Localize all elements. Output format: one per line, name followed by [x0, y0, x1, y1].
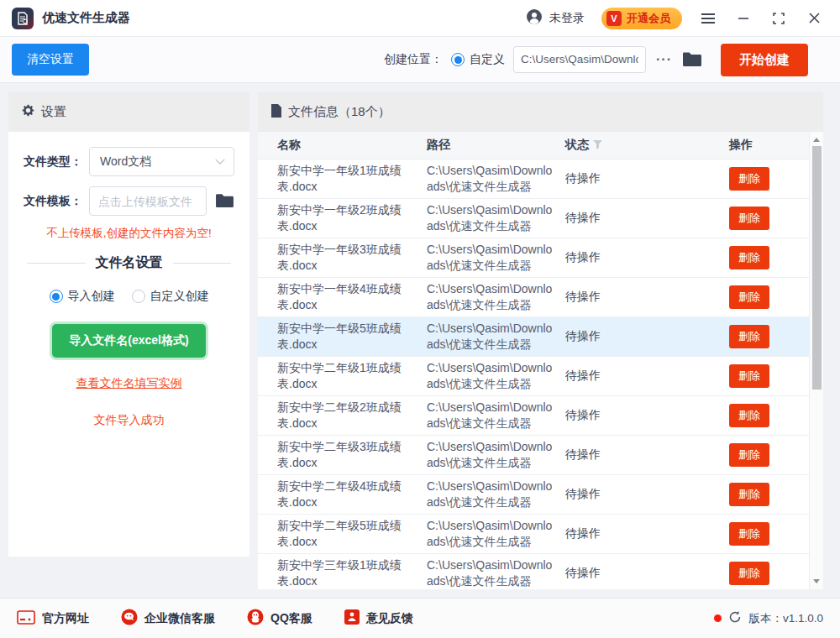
template-upload-input[interactable] [89, 186, 207, 216]
table-row[interactable]: 新安中学二年级2班成绩表.docx C:\Users\Qasim\Downloa… [258, 396, 809, 436]
file-path-cell: C:\Users\Qasim\Downloads\优速文件生成器 [427, 202, 554, 234]
file-status-cell: 待操作 [565, 369, 729, 384]
file-path-cell: C:\Users\Qasim\Downloads\优速文件生成器 [427, 242, 554, 274]
avatar-icon [526, 8, 543, 29]
feedback-link[interactable]: 意见反馈 [344, 609, 413, 627]
website-icon [17, 610, 35, 627]
clear-settings-button[interactable]: 清空设置 [12, 44, 89, 76]
toolbar: 清空设置 创建位置： 自定义 ··· 开始创建 [0, 37, 840, 83]
delete-button[interactable]: 删除 [729, 167, 769, 191]
file-name-cell: 新安中学二年级5班成绩表.docx [277, 518, 405, 550]
filename-settings-heading: 文件名设置 [27, 254, 231, 272]
file-type-value: Word文档 [100, 154, 151, 170]
qq-support-link[interactable]: QQ客服 [247, 609, 312, 628]
table-row[interactable]: 新安中学一年级3班成绩表.docx C:\Users\Qasim\Downloa… [258, 238, 809, 278]
scroll-up-icon[interactable] [813, 138, 820, 142]
filename-settings-title: 文件名设置 [96, 254, 163, 272]
open-vip-button[interactable]: V 开通会员 [601, 8, 682, 29]
table-row[interactable]: 新安中学二年级5班成绩表.docx C:\Users\Qasim\Downloa… [258, 515, 809, 554]
custom-location-radio[interactable]: 自定义 [451, 52, 505, 67]
file-path-cell: C:\Users\Qasim\Downloads\优速文件生成器 [427, 557, 554, 589]
maximize-icon[interactable] [771, 11, 786, 26]
delete-button[interactable]: 删除 [729, 562, 769, 585]
table-row[interactable]: 新安中学一年级2班成绩表.docx C:\Users\Qasim\Downloa… [258, 199, 809, 238]
minimize-icon[interactable] [736, 11, 751, 26]
file-info-title: 文件信息（18个） [288, 104, 391, 120]
login-status-label: 未登录 [549, 11, 585, 26]
start-create-button[interactable]: 开始创建 [721, 44, 808, 76]
app-logo-icon [12, 8, 34, 29]
delete-button[interactable]: 删除 [729, 246, 769, 269]
settings-panel-header: 设置 [8, 92, 249, 132]
column-status[interactable]: 状态 [565, 138, 729, 153]
delete-button[interactable]: 删除 [729, 325, 769, 348]
qq-icon [247, 609, 264, 628]
import-create-radio[interactable]: 导入创建 [50, 289, 115, 304]
radio-unselected-icon [132, 290, 145, 303]
settings-panel: 设置 文件类型： Word文档 文件模板： 不上传模板,创建的文件内容为空! [8, 92, 249, 557]
table-row[interactable]: 新安中学一年级5班成绩表.docx C:\Users\Qasim\Downloa… [258, 317, 809, 357]
file-name-cell: 新安中学二年级1班成绩表.docx [277, 360, 405, 392]
file-status-cell: 待操作 [565, 526, 729, 541]
table-row[interactable]: 新安中学一年级4班成绩表.docx C:\Users\Qasim\Downloa… [258, 278, 809, 317]
file-path-cell: C:\Users\Qasim\Downloads\优速文件生成器 [427, 281, 554, 313]
file-status-cell: 待操作 [565, 290, 729, 305]
import-filenames-button[interactable]: 导入文件名(excel格式) [52, 324, 205, 358]
delete-button[interactable]: 删除 [729, 522, 769, 546]
official-website-link[interactable]: 官方网址 [17, 610, 89, 627]
gear-icon [21, 103, 35, 120]
open-folder-icon[interactable] [682, 51, 702, 68]
file-path-cell: C:\Users\Qasim\Downloads\优速文件生成器 [427, 163, 554, 195]
custom-create-radio[interactable]: 自定义创建 [132, 289, 209, 304]
scroll-down-icon[interactable] [813, 579, 820, 583]
file-type-select[interactable]: Word文档 [89, 147, 234, 176]
wechat-support-link[interactable]: 企业微信客服 [121, 609, 215, 628]
delete-button[interactable]: 删除 [729, 483, 769, 506]
filter-icon[interactable] [593, 139, 602, 152]
custom-location-label: 自定义 [470, 52, 505, 67]
wechat-icon [121, 609, 138, 628]
column-status-label: 状态 [565, 138, 589, 153]
login-status[interactable]: 未登录 [526, 8, 585, 29]
template-warning-text: 不上传模板,创建的文件内容为空! [24, 226, 234, 241]
titlebar: 优速文件生成器 未登录 V 开通会员 [0, 0, 840, 37]
custom-create-label: 自定义创建 [150, 289, 209, 304]
table-row[interactable]: 新安中学一年级1班成绩表.docx C:\Users\Qasim\Downloa… [258, 160, 809, 199]
template-folder-icon[interactable] [215, 193, 234, 209]
app-title: 优速文件生成器 [42, 10, 130, 26]
vip-icon: V [606, 11, 622, 26]
scrollbar-thumb[interactable] [812, 146, 822, 390]
delete-button[interactable]: 删除 [729, 404, 769, 427]
file-name-cell: 新安中学三年级1班成绩表.docx [277, 557, 405, 589]
browse-more-button[interactable]: ··· [654, 52, 674, 67]
delete-button[interactable]: 删除 [729, 443, 769, 467]
column-name: 名称 [277, 138, 427, 153]
delete-button[interactable]: 删除 [729, 285, 769, 309]
output-path-input[interactable] [513, 46, 646, 73]
delete-button[interactable]: 删除 [729, 207, 769, 230]
table-row[interactable]: 新安中学二年级1班成绩表.docx C:\Users\Qasim\Downloa… [258, 357, 809, 396]
file-status-cell: 待操作 [565, 250, 729, 265]
document-icon [270, 104, 282, 120]
filename-example-link[interactable]: 查看文件名填写实例 [24, 376, 234, 391]
file-type-label: 文件类型： [24, 154, 89, 170]
table-row[interactable]: 新安中学三年级1班成绩表.docx C:\Users\Qasim\Downloa… [258, 554, 809, 589]
check-update-icon[interactable] [728, 610, 742, 627]
table-header: 名称 路径 状态 操作 [258, 132, 809, 160]
table-row[interactable]: 新安中学二年级4班成绩表.docx C:\Users\Qasim\Downloa… [258, 475, 809, 515]
close-icon[interactable] [806, 11, 822, 26]
file-name-cell: 新安中学一年级1班成绩表.docx [277, 163, 405, 195]
column-path: 路径 [427, 138, 565, 153]
file-path-cell: C:\Users\Qasim\Downloads\优速文件生成器 [427, 439, 554, 471]
delete-button[interactable]: 删除 [729, 364, 769, 388]
file-path-cell: C:\Users\Qasim\Downloads\优速文件生成器 [427, 360, 554, 392]
file-name-cell: 新安中学一年级2班成绩表.docx [277, 202, 405, 234]
table-scrollbar[interactable] [809, 132, 823, 589]
footer: 官方网址 企业微信客服 QQ客服 意见反馈 版本：v1.1.0.0 [0, 598, 840, 638]
file-info-header: 文件信息（18个） [258, 92, 823, 132]
open-vip-label: 开通会员 [627, 11, 670, 26]
version-label: 版本：v1.1.0.0 [748, 611, 823, 626]
table-row[interactable]: 新安中学二年级3班成绩表.docx C:\Users\Qasim\Downloa… [258, 436, 809, 475]
menu-icon[interactable] [701, 11, 716, 26]
file-status-cell: 待操作 [565, 171, 729, 186]
